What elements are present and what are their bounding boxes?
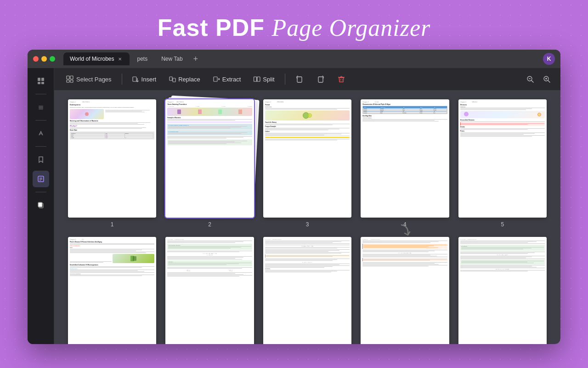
- title-cursive: Page Organizer: [272, 15, 431, 41]
- toolbar-divider-1: [122, 74, 122, 85]
- sidebar-divider-4: [35, 192, 46, 192]
- svg-line-42: [548, 80, 550, 82]
- tab-newtab[interactable]: New Tab: [155, 52, 189, 65]
- page-item-8[interactable]: CHAPTER — PREREQUISITES ∫ f(x)dx = F(b) …: [263, 237, 351, 344]
- tab-pets-label: pets: [137, 56, 147, 62]
- page-item-1[interactable]: Chapter 1 SECTION 1 Endospores Endospore…: [68, 99, 156, 228]
- svg-rect-16: [67, 80, 69, 82]
- sidebar-note-icon[interactable]: [33, 171, 49, 187]
- sidebar: [28, 68, 54, 344]
- minimize-button[interactable]: [41, 56, 47, 62]
- svg-rect-3: [41, 82, 44, 84]
- rotate-right-icon: [317, 75, 325, 83]
- split-button[interactable]: Split: [249, 74, 279, 85]
- svg-rect-28: [254, 77, 257, 81]
- extract-label: Extract: [222, 76, 241, 83]
- rotate-right-button[interactable]: [312, 73, 329, 86]
- page-thumb-5[interactable]: Chapter 4 VIRUS.2 Viruses Introduction V…: [458, 99, 547, 218]
- title-normal: Fast PDF: [158, 14, 265, 41]
- page-thumb-9[interactable]: Chapter 5 PREREQUISITES 1 - x = (-b ± √D…: [361, 237, 449, 344]
- toolbar-right: [524, 73, 553, 86]
- new-tab-button[interactable]: +: [190, 53, 201, 64]
- avatar[interactable]: K: [543, 53, 555, 65]
- browser-content: Select Pages Insert: [28, 68, 560, 344]
- pages-area: Chapter 1 SECTION 1 Endospores Endospore…: [54, 90, 560, 344]
- extract-icon: [213, 76, 220, 83]
- traffic-lights: [33, 56, 55, 62]
- svg-rect-14: [67, 76, 69, 79]
- main-area: Select Pages Insert: [54, 68, 560, 344]
- tab-microbes-label: World of Microbes: [70, 56, 114, 62]
- maximize-button[interactable]: [50, 56, 55, 62]
- page-item-3[interactable]: Chapter 2 PREVIEW Yeast Introduction Yea…: [263, 99, 351, 228]
- pages-grid: Chapter 1 SECTION 1 Endospores Endospore…: [68, 99, 547, 344]
- close-button[interactable]: [33, 56, 39, 62]
- insert-icon: [132, 76, 139, 83]
- page-item-5[interactable]: Chapter 4 VIRUS.2 Viruses Introduction V…: [458, 99, 547, 228]
- extract-button[interactable]: Extract: [209, 74, 245, 85]
- page-item-2[interactable]: ▶ Chapter 1 SECTION 2 Gram Staining Proc…: [165, 99, 254, 228]
- toolbar-divider-2: [285, 74, 285, 85]
- svg-rect-0: [38, 78, 40, 81]
- svg-rect-23: [173, 78, 175, 82]
- page-thumb-8[interactable]: CHAPTER — PREREQUISITES ∫ f(x)dx = F(b) …: [263, 237, 351, 344]
- page-num-2: 2: [208, 221, 211, 228]
- page-item-10[interactable]: CHAPTER — PREREQUISITES Step Properties …: [458, 237, 547, 344]
- svg-rect-13: [38, 202, 42, 207]
- tab-pets[interactable]: pets: [130, 52, 154, 65]
- page-item-6[interactable]: Chapter 5 6.1 Prion's Disease Of Human I…: [68, 237, 156, 344]
- tab-microbes-close[interactable]: ✕: [117, 56, 123, 62]
- insert-button[interactable]: Insert: [128, 74, 161, 85]
- zoom-in-icon: [543, 75, 551, 83]
- insert-label: Insert: [141, 76, 157, 83]
- zoom-out-button[interactable]: [524, 73, 537, 86]
- page-item-9[interactable]: Chapter 5 PREREQUISITES 1 - x = (-b ± √D…: [361, 237, 449, 344]
- delete-button[interactable]: [333, 73, 350, 85]
- svg-rect-18: [133, 77, 136, 81]
- sidebar-divider-3: [35, 146, 46, 147]
- zoom-in-button[interactable]: [540, 73, 553, 86]
- page-num-3: 3: [306, 221, 309, 228]
- page-thumb-10[interactable]: CHAPTER — PREREQUISITES Step Properties …: [458, 237, 547, 344]
- browser-window: World of Microbes ✕ pets New Tab + K: [28, 50, 560, 344]
- select-pages-label: Select Pages: [76, 76, 112, 83]
- svg-rect-5: [39, 107, 43, 108]
- select-pages-button[interactable]: Select Pages: [62, 73, 116, 85]
- svg-rect-4: [39, 106, 43, 107]
- split-icon: [254, 76, 260, 83]
- svg-rect-29: [257, 77, 260, 81]
- zoom-out-icon: [526, 75, 534, 83]
- replace-button[interactable]: Replace: [164, 74, 205, 85]
- page-num-1: 1: [111, 221, 114, 228]
- replace-icon: [169, 76, 176, 83]
- svg-rect-32: [318, 77, 323, 82]
- sidebar-pages-icon[interactable]: [33, 73, 49, 89]
- split-label: Split: [263, 76, 274, 83]
- sidebar-bookmark-icon[interactable]: [33, 151, 49, 168]
- sidebar-collapse-icon[interactable]: [33, 99, 49, 115]
- sidebar-divider-2: [35, 120, 46, 121]
- rotate-left-icon: [295, 75, 304, 83]
- svg-rect-15: [70, 76, 73, 79]
- page-thumb-6[interactable]: Chapter 5 6.1 Prion's Disease Of Human I…: [68, 237, 156, 344]
- page-thumb-2[interactable]: ▶ Chapter 1 SECTION 2 Gram Staining Proc…: [165, 99, 254, 218]
- app-title: Fast PDF Page Organizer: [158, 14, 431, 41]
- sidebar-highlight-icon[interactable]: [33, 125, 49, 142]
- page-thumb-4[interactable]: Chapter 3 4.1.14 Characteristics Of Sele…: [361, 99, 449, 218]
- page-item-7[interactable]: CHAPTER — PREREQUISITES Step Properties …: [165, 237, 254, 344]
- svg-line-38: [531, 80, 533, 82]
- page-thumb-3[interactable]: Chapter 2 PREVIEW Yeast Introduction Yea…: [263, 99, 351, 218]
- svg-rect-1: [41, 78, 44, 81]
- sidebar-copy-icon[interactable]: [33, 197, 49, 213]
- svg-rect-22: [170, 77, 172, 80]
- page-thumb-1[interactable]: Chapter 1 SECTION 1 Endospores Endospore…: [68, 99, 156, 218]
- tabs-bar: World of Microbes ✕ pets New Tab +: [63, 52, 538, 65]
- svg-rect-31: [297, 77, 302, 82]
- page-thumb-7[interactable]: CHAPTER — PREREQUISITES Step Properties …: [165, 237, 254, 344]
- delete-icon: [338, 75, 345, 83]
- tab-microbes[interactable]: World of Microbes ✕: [63, 52, 130, 65]
- page-num-5: 5: [501, 221, 504, 228]
- browser-chrome: World of Microbes ✕ pets New Tab + K: [28, 50, 560, 68]
- rotate-left-button[interactable]: [291, 73, 308, 86]
- page-item-4[interactable]: Chapter 3 4.1.14 Characteristics Of Sele…: [361, 99, 449, 228]
